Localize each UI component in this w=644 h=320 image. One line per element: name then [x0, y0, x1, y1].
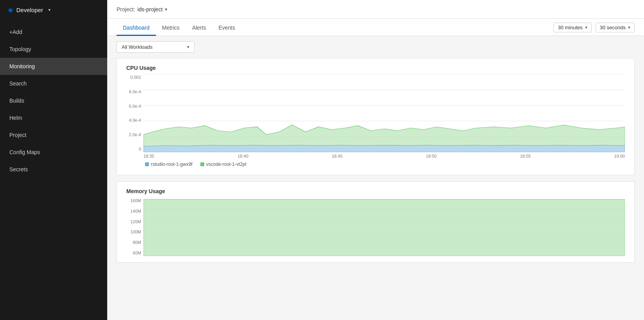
app-icon: ◈: [8, 5, 13, 14]
vscode-color: [200, 162, 204, 166]
sidebar: ◈ Developer ▾ +Add Topology Monitoring S…: [0, 0, 107, 320]
sidebar-item-add[interactable]: +Add: [0, 23, 107, 41]
cpu-chart-legend: rstudio-root-1-gwx9f vscode-root-1-vt2pt: [126, 158, 625, 169]
sidebar-item-helm[interactable]: Helm: [0, 109, 107, 126]
mem-y-label-1: 160M: [126, 198, 141, 203]
cpu-chart-svg: [143, 74, 625, 152]
interval-selector[interactable]: 30 seconds ▾: [596, 23, 635, 32]
cpu-chart-title: CPU Usage: [117, 59, 634, 74]
sidebar-item-topology[interactable]: Topology: [0, 41, 107, 58]
mem-y-label-4: 100M: [126, 229, 141, 234]
filter-bar: All Workloads ▾: [107, 36, 644, 58]
project-name: ids-project: [137, 6, 163, 12]
sidebar-item-monitoring[interactable]: Monitoring: [0, 58, 107, 75]
cpu-x-label-5: 18:55: [520, 154, 531, 158]
sidebar-item-search[interactable]: Search: [0, 75, 107, 92]
app-header[interactable]: ◈ Developer ▾: [0, 0, 107, 20]
app-title: Developer: [16, 7, 43, 13]
workloads-label: All Workloads: [122, 44, 152, 50]
sidebar-nav: +Add Topology Monitoring Search Builds H…: [0, 20, 107, 182]
cpu-y-label-3: 6.0e-4: [126, 104, 141, 108]
memory-chart-card: Memory Usage 160M 140M 120M 100M 80M 60M: [117, 181, 635, 263]
rstudio-label: rstudio-root-1-gwx9f: [151, 162, 193, 167]
charts-section: CPU Usage 0.001 8.0e-4 6.0e-4 4.0e-4 2.0…: [107, 58, 644, 269]
main-content: Project: ids-project ▾ Dashboard Metrics…: [107, 0, 644, 320]
app-dropdown-arrow: ▾: [48, 7, 51, 12]
cpu-x-label-1: 18:35: [143, 154, 154, 158]
duration-label: 30 minutes: [558, 25, 583, 30]
cpu-x-label-3: 18:45: [332, 154, 343, 158]
sidebar-item-secrets[interactable]: Secrets: [0, 161, 107, 178]
cpu-chart-card: CPU Usage 0.001 8.0e-4 6.0e-4 4.0e-4 2.0…: [117, 58, 635, 175]
duration-selector[interactable]: 30 minutes ▾: [554, 23, 592, 32]
sidebar-item-config-maps[interactable]: Config Maps: [0, 144, 107, 161]
cpu-y-label-6: 0: [126, 147, 141, 151]
rstudio-color: [145, 162, 149, 166]
legend-rstudio: rstudio-root-1-gwx9f: [145, 162, 193, 167]
tab-metrics[interactable]: Metrics: [156, 21, 186, 36]
mem-y-label-2: 140M: [126, 209, 141, 213]
tab-alerts[interactable]: Alerts: [186, 21, 212, 36]
mem-y-label-6: 60M: [126, 251, 141, 255]
cpu-x-label-4: 18:50: [426, 154, 437, 158]
memory-chart-title: Memory Usage: [117, 182, 634, 197]
project-dropdown-arrow: ▾: [165, 7, 167, 12]
workloads-select[interactable]: All Workloads ▾: [117, 41, 195, 53]
time-filters: 30 minutes ▾ 30 seconds ▾: [554, 23, 635, 36]
cpu-chart-area: 0.001 8.0e-4 6.0e-4 4.0e-4 2.0e-4 0: [117, 74, 634, 175]
cpu-x-label-6: 19:00: [614, 154, 625, 158]
tabs-bar: Dashboard Metrics Alerts Events 30 minut…: [107, 19, 644, 36]
interval-arrow: ▾: [628, 25, 630, 30]
project-label: Project:: [117, 6, 135, 12]
memory-chart-area: 160M 140M 120M 100M 80M 60M: [117, 197, 634, 262]
legend-vscode: vscode-root-1-vt2pt: [200, 162, 246, 167]
mem-y-label-5: 80M: [126, 240, 141, 245]
topbar: Project: ids-project ▾: [107, 0, 644, 19]
tab-dashboard[interactable]: Dashboard: [117, 21, 156, 36]
cpu-y-label-4: 4.0e-4: [126, 118, 141, 123]
tab-events[interactable]: Events: [212, 21, 241, 36]
project-selector[interactable]: Project: ids-project ▾: [117, 6, 167, 12]
vscode-label: vscode-root-1-vt2pt: [206, 162, 246, 167]
memory-chart-svg: [143, 197, 625, 256]
cpu-x-label-2: 18:40: [237, 154, 248, 158]
cpu-y-label-2: 8.0e-4: [126, 89, 141, 94]
mem-y-label-3: 120M: [126, 219, 141, 224]
interval-label: 30 seconds: [600, 25, 626, 30]
cpu-y-label-1: 0.001: [126, 75, 141, 80]
sidebar-item-builds[interactable]: Builds: [0, 92, 107, 109]
cpu-y-label-5: 2.0e-4: [126, 132, 141, 137]
workloads-arrow: ▾: [187, 44, 189, 50]
duration-arrow: ▾: [585, 25, 587, 30]
sidebar-item-project[interactable]: Project: [0, 126, 107, 144]
